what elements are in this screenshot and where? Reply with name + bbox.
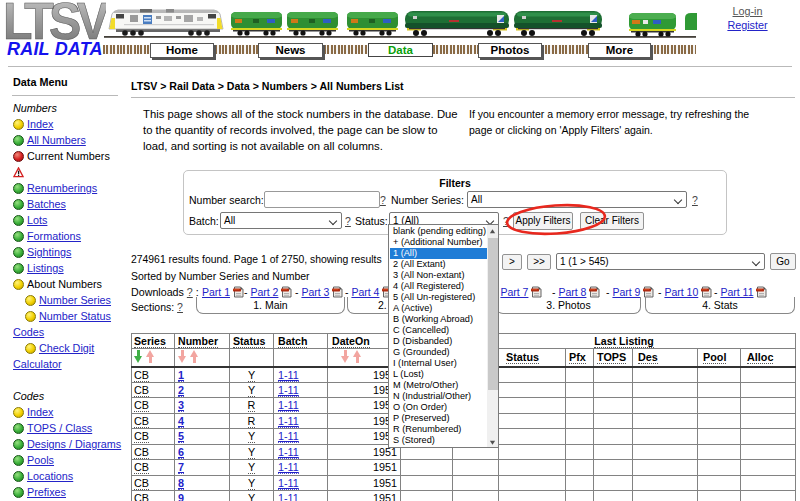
svg-text:LTSV: LTSV (3, 0, 106, 44)
